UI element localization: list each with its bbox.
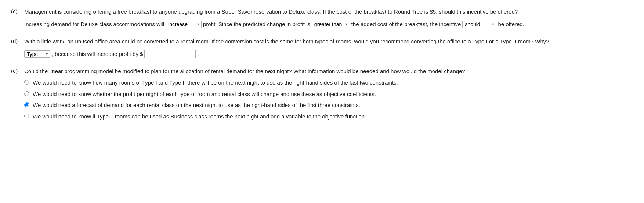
e-option-1[interactable]: We would need to know how many rooms of … [24, 79, 633, 87]
section-d-label: (d) [11, 37, 24, 59]
section-e-options: We would need to know how many rooms of … [24, 79, 633, 121]
e-option-2-text: We would need to know whether the profit… [33, 90, 376, 99]
e-radio-3[interactable] [24, 102, 29, 107]
d-answer-pre: , because this will increase profit by $ [52, 49, 143, 59]
comparison-dropdown[interactable]: greater than less than equal to [312, 19, 350, 29]
type-select[interactable]: Type I Type II [24, 50, 50, 58]
comparison-select[interactable]: greater than less than equal to [312, 21, 350, 28]
type-dropdown[interactable]: Type I Type II [24, 49, 50, 59]
section-e-content: Could the linear programming model be mo… [24, 67, 633, 124]
section-c-question: Management is considering offering a fre… [24, 7, 633, 16]
section-c-label: (c) [11, 7, 24, 29]
section-e-question: Could the linear programming model be mo… [24, 67, 633, 76]
c-answer-post2: be offered. [498, 19, 524, 29]
c-answer-pre1: Increasing demand for Deluxe class accom… [24, 19, 164, 29]
e-radio-1[interactable] [24, 80, 29, 85]
e-radio-2[interactable] [24, 91, 29, 96]
e-option-1-text: We would need to know how many rooms of … [33, 79, 398, 87]
increase-select[interactable]: increase decrease not change [166, 21, 202, 28]
section-e: (e) Could the linear programming model b… [11, 67, 633, 124]
e-radio-4[interactable] [24, 114, 29, 118]
section-d: (d) With a little work, an unused office… [11, 37, 633, 59]
section-d-answer-row: Type I Type II , because this will incre… [24, 49, 633, 59]
c-answer-post1: profit. Since the predicted change in pr… [203, 19, 310, 29]
profit-input[interactable] [144, 50, 196, 58]
e-option-3[interactable]: We would need a forecast of demand for e… [24, 101, 633, 110]
section-c: (c) Management is considering offering a… [11, 7, 633, 29]
e-option-4[interactable]: We would need to know if Type 1 rooms ca… [24, 113, 633, 121]
section-c-content: Management is considering offering a fre… [24, 7, 633, 29]
section-d-content: With a little work, an unused office are… [24, 37, 633, 59]
d-answer-post: . [197, 49, 199, 59]
should-select[interactable]: should should not [462, 21, 496, 28]
section-c-answer-row1: Increasing demand for Deluxe class accom… [24, 19, 633, 29]
section-e-label: (e) [11, 67, 24, 124]
should-dropdown[interactable]: should should not [462, 19, 496, 29]
increase-dropdown[interactable]: increase decrease not change [166, 19, 202, 29]
e-option-3-text: We would need a forecast of demand for e… [33, 101, 360, 110]
e-option-2[interactable]: We would need to know whether the profit… [24, 90, 633, 99]
e-option-4-text: We would need to know if Type 1 rooms ca… [33, 113, 366, 121]
c-answer-pre2: the added cost of the breakfast, the inc… [351, 19, 461, 29]
section-d-question: With a little work, an unused office are… [24, 37, 633, 46]
